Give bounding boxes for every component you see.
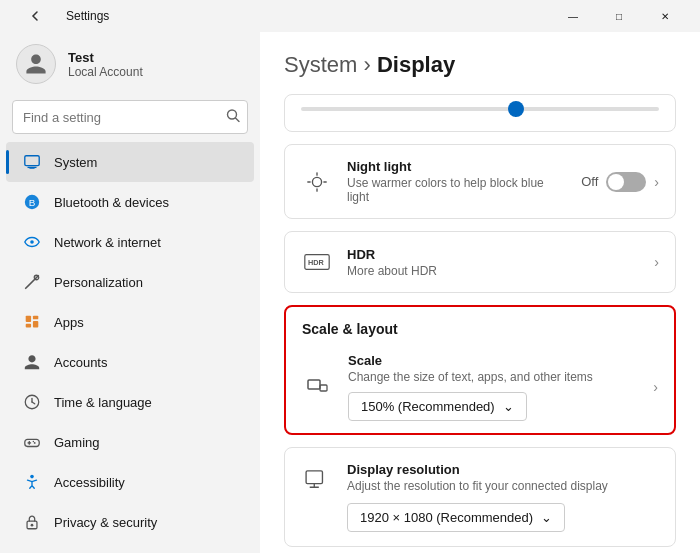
svg-rect-34 <box>308 380 320 389</box>
svg-point-27 <box>312 177 321 186</box>
privacy-label: Privacy & security <box>54 515 157 530</box>
network-label: Network & internet <box>54 235 161 250</box>
accessibility-label: Accessibility <box>54 475 125 490</box>
scale-dropdown[interactable]: 150% (Recommended) ⌄ <box>348 392 527 421</box>
sidebar-item-accounts[interactable]: Accounts <box>6 342 254 382</box>
app-title: Settings <box>66 9 109 23</box>
sidebar-item-network[interactable]: Network & internet <box>6 222 254 262</box>
hdr-subtitle: More about HDR <box>347 264 640 278</box>
hdr-chevron-wrapper: › <box>654 254 659 270</box>
display-resolution-section: Display resolution Adjust the resolution… <box>284 447 676 547</box>
svg-point-21 <box>34 442 36 444</box>
page-header: System › Display <box>284 52 676 78</box>
brightness-card <box>284 94 676 132</box>
svg-rect-10 <box>26 316 31 322</box>
night-light-title: Night light <box>347 159 567 174</box>
scale-dropdown-arrow: ⌄ <box>503 399 514 414</box>
sidebar-item-personalization[interactable]: Personalization <box>6 262 254 302</box>
sidebar: Test Local Account Sy <box>0 32 260 553</box>
svg-point-23 <box>30 475 34 479</box>
scale-layout-section: Scale & layout Scale Change the size of … <box>284 305 676 435</box>
gaming-label: Gaming <box>54 435 100 450</box>
close-button[interactable]: ✕ <box>642 0 688 32</box>
svg-rect-17 <box>25 439 39 446</box>
hdr-icon: HDR <box>301 246 333 278</box>
scale-value: 150% (Recommended) <box>361 399 495 414</box>
accessibility-icon <box>22 472 42 492</box>
sidebar-item-system[interactable]: System <box>6 142 254 182</box>
sidebar-item-accessibility[interactable]: Accessibility <box>6 462 254 502</box>
svg-text:HDR: HDR <box>308 258 325 267</box>
night-light-text: Night light Use warmer colors to help bl… <box>347 159 567 204</box>
page-title: System › Display <box>284 52 676 78</box>
night-light-chevron[interactable]: › <box>654 174 659 190</box>
scale-chevron-wrapper: › <box>653 379 658 395</box>
window-controls: — □ ✕ <box>550 0 688 32</box>
night-light-controls: Off › <box>581 172 659 192</box>
content-area: System › Display <box>260 32 700 553</box>
resolution-icon <box>301 464 333 496</box>
bluetooth-icon: B <box>22 192 42 212</box>
search-box <box>12 100 248 134</box>
resolution-content: Display resolution Adjust the resolution… <box>347 462 659 532</box>
sidebar-item-update[interactable]: Windows Update <box>6 542 254 553</box>
sidebar-item-bluetooth[interactable]: B Bluetooth & devices <box>6 182 254 222</box>
breadcrumb: System <box>284 52 357 77</box>
maximize-button[interactable]: □ <box>596 0 642 32</box>
svg-rect-2 <box>25 156 39 166</box>
svg-rect-36 <box>306 471 322 484</box>
user-avatar-icon <box>24 52 48 76</box>
sidebar-item-privacy[interactable]: Privacy & security <box>6 502 254 542</box>
accounts-icon <box>22 352 42 372</box>
svg-point-25 <box>31 524 34 527</box>
time-icon <box>22 392 42 412</box>
system-icon <box>22 152 42 172</box>
night-light-toggle[interactable] <box>606 172 646 192</box>
system-label: System <box>54 155 97 170</box>
title-bar: Settings — □ ✕ <box>0 0 700 32</box>
slider-thumb[interactable] <box>508 101 524 117</box>
hdr-card: HDR HDR More about HDR › <box>284 231 676 293</box>
sidebar-item-time[interactable]: Time & language <box>6 382 254 422</box>
scale-row: Scale Change the size of text, apps, and… <box>286 345 674 433</box>
search-input[interactable] <box>12 100 248 134</box>
title-bar-left: Settings <box>12 0 109 32</box>
svg-rect-13 <box>26 324 31 328</box>
resolution-row: Display resolution Adjust the resolution… <box>285 448 675 546</box>
accounts-label: Accounts <box>54 355 107 370</box>
brightness-slider[interactable] <box>301 107 659 111</box>
hdr-title: HDR <box>347 247 640 262</box>
time-label: Time & language <box>54 395 152 410</box>
resolution-dropdown-arrow: ⌄ <box>541 510 552 525</box>
scale-icon <box>302 371 334 403</box>
resolution-value: 1920 × 1080 (Recommended) <box>360 510 533 525</box>
search-icon-button[interactable] <box>226 109 240 126</box>
hdr-row[interactable]: HDR HDR More about HDR › <box>285 232 675 292</box>
apps-label: Apps <box>54 315 84 330</box>
night-light-row[interactable]: Night light Use warmer colors to help bl… <box>285 145 675 218</box>
svg-text:B: B <box>29 197 36 208</box>
sidebar-item-apps[interactable]: Apps <box>6 302 254 342</box>
sidebar-item-gaming[interactable]: Gaming <box>6 422 254 462</box>
svg-point-7 <box>30 240 34 244</box>
back-button[interactable] <box>12 0 58 32</box>
resolution-dropdown[interactable]: 1920 × 1080 (Recommended) ⌄ <box>347 503 565 532</box>
user-info: Test Local Account <box>68 50 143 79</box>
hdr-text: HDR More about HDR <box>347 247 640 278</box>
svg-rect-11 <box>33 316 38 320</box>
personalization-label: Personalization <box>54 275 143 290</box>
avatar <box>16 44 56 84</box>
personalization-icon <box>22 272 42 292</box>
user-profile[interactable]: Test Local Account <box>0 32 260 100</box>
scale-chevron[interactable]: › <box>653 379 658 395</box>
scale-content: Scale Change the size of text, apps, and… <box>348 353 639 421</box>
svg-line-16 <box>32 402 35 404</box>
hdr-chevron[interactable]: › <box>654 254 659 270</box>
night-light-subtitle: Use warmer colors to help block blue lig… <box>347 176 567 204</box>
gaming-icon <box>22 432 42 452</box>
toggle-thumb <box>608 174 624 190</box>
svg-rect-12 <box>33 321 38 327</box>
scale-subtitle: Change the size of text, apps, and other… <box>348 370 639 384</box>
apps-icon <box>22 312 42 332</box>
minimize-button[interactable]: — <box>550 0 596 32</box>
